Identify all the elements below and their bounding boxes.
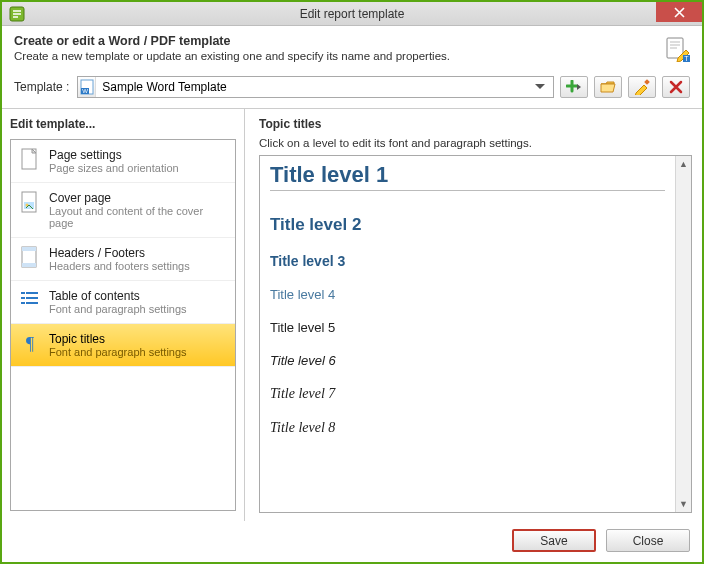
content-pane: Topic titles Click on a level to edit it… [245,109,702,521]
word-doc-icon: W [78,77,96,97]
header-description: Create a new template or update an exist… [14,50,654,62]
svg-rect-18 [26,297,38,299]
title-level-1[interactable]: Title level 1 [270,162,665,191]
side-pane-title: Edit template... [10,117,236,131]
content-hint: Click on a level to edit its font and pa… [259,137,692,149]
nav-item-title: Topic titles [49,332,187,346]
template-label: Template : [14,80,69,94]
nav-item-title: Cover page [49,191,227,205]
nav-item-desc: Headers and footers settings [49,260,190,272]
side-pane: Edit template... Page settingsPage sizes… [2,109,245,521]
nav-item-desc: Layout and content of the cover page [49,205,227,229]
nav-item-desc: Font and paragraph settings [49,303,187,315]
chevron-down-icon[interactable] [535,84,553,90]
nav-item-title: Page settings [49,148,179,162]
save-button[interactable]: Save [512,529,596,552]
title-level-6[interactable]: Title level 6 [270,353,665,368]
svg-text:T: T [684,55,689,62]
footer: Save Close [2,521,702,562]
nav-item-desc: Page sizes and orientation [49,162,179,174]
pilcrow-icon: ¶ [19,332,41,358]
nav-item-topic-titles[interactable]: ¶ Topic titlesFont and paragraph setting… [11,324,235,367]
svg-rect-16 [26,292,38,294]
delete-template-button[interactable] [662,76,690,98]
nav-item-toc[interactable]: Table of contentsFont and paragraph sett… [11,281,235,324]
nav-item-title: Headers / Footers [49,246,190,260]
svg-rect-17 [21,297,25,299]
dialog-window: Edit report template Create or edit a Wo… [0,0,704,564]
scroll-down-icon[interactable]: ▼ [676,496,691,512]
svg-rect-14 [22,263,36,267]
header-title: Create or edit a Word / PDF template [14,34,654,48]
titlebar: Edit report template [2,2,702,26]
svg-rect-15 [21,292,25,294]
nav-list: Page settingsPage sizes and orientation … [10,139,236,511]
window-close-button[interactable] [656,2,702,22]
toolbar: Template : W [2,72,702,108]
title-levels-box: Title level 1 Title level 2 Title level … [259,155,692,513]
cover-page-icon [19,191,41,217]
svg-rect-13 [22,247,36,251]
toc-icon [19,289,41,315]
svg-text:¶: ¶ [26,334,34,354]
nav-item-desc: Font and paragraph settings [49,346,187,358]
app-icon [8,5,26,23]
close-button[interactable]: Close [606,529,690,552]
nav-item-headers-footers[interactable]: Headers / FootersHeaders and footers set… [11,238,235,281]
svg-rect-19 [21,302,25,304]
page-icon [19,148,41,174]
template-select[interactable]: W [77,76,554,98]
window-title: Edit report template [2,7,702,21]
title-level-3[interactable]: Title level 3 [270,253,665,269]
add-template-button[interactable] [560,76,588,98]
svg-rect-7 [644,79,650,85]
rename-template-button[interactable] [628,76,656,98]
title-level-4[interactable]: Title level 4 [270,287,665,302]
edit-template-icon: T [664,36,690,62]
content-title: Topic titles [259,117,692,131]
vertical-scrollbar[interactable]: ▲ ▼ [675,156,691,512]
nav-item-cover-page[interactable]: Cover pageLayout and content of the cove… [11,183,235,238]
title-level-8[interactable]: Title level 8 [270,420,665,436]
nav-item-page-settings[interactable]: Page settingsPage sizes and orientation [11,140,235,183]
main: Edit template... Page settingsPage sizes… [2,108,702,521]
title-level-5[interactable]: Title level 5 [270,320,665,335]
header-footer-icon [19,246,41,272]
template-select-value[interactable] [96,77,535,97]
open-template-button[interactable] [594,76,622,98]
nav-item-title: Table of contents [49,289,187,303]
title-level-2[interactable]: Title level 2 [270,215,665,235]
svg-rect-20 [26,302,38,304]
svg-text:W: W [82,88,88,94]
title-level-7[interactable]: Title level 7 [270,386,665,402]
header: Create or edit a Word / PDF template Cre… [2,26,702,72]
scroll-up-icon[interactable]: ▲ [676,156,691,172]
